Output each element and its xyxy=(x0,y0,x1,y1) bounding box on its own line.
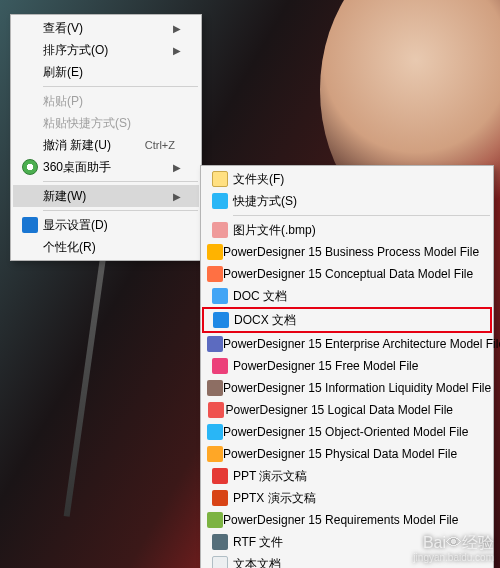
ico-bmp-icon xyxy=(212,222,228,238)
menu-item-label: PPT 演示文稿 xyxy=(233,468,473,485)
icon-slot xyxy=(207,556,233,568)
menu-item-label: 撤消 新建(U) xyxy=(43,137,145,154)
icon-slot xyxy=(207,193,233,209)
menu-item-label: 粘贴(P) xyxy=(43,93,181,110)
ico-pd-f-icon xyxy=(212,358,228,374)
icon-slot xyxy=(17,217,43,233)
menu-item-label: PowerDesigner 15 Logical Data Model File xyxy=(226,403,473,417)
menu1-item[interactable]: 刷新(E) xyxy=(13,61,199,83)
icon-slot xyxy=(207,288,233,304)
ico-rtf-icon xyxy=(212,534,228,550)
menu-separator xyxy=(43,181,198,182)
chevron-right-icon: ▶ xyxy=(173,45,181,56)
menu2-item[interactable]: PowerDesigner 15 Free Model File xyxy=(203,355,491,377)
icon-slot xyxy=(207,336,223,352)
menu1-item: 粘贴快捷方式(S) xyxy=(13,112,199,134)
menu2-item[interactable]: PowerDesigner 15 Logical Data Model File xyxy=(203,399,491,421)
menu2-item[interactable]: 文件夹(F) xyxy=(203,168,491,190)
icon-slot xyxy=(207,534,233,550)
watermark: Bai👁经验 jingyan.baidu.com xyxy=(413,533,494,564)
menu1-item[interactable]: 排序方式(O)▶ xyxy=(13,39,199,61)
ico-doc-icon xyxy=(212,288,228,304)
ico-display-icon xyxy=(22,217,38,233)
menu2-item[interactable]: PowerDesigner 15 Information Liquidity M… xyxy=(203,377,491,399)
menu2-item[interactable]: PowerDesigner 15 Enterprise Architecture… xyxy=(203,333,491,355)
menu2-item[interactable]: PowerDesigner 15 Object-Oriented Model F… xyxy=(203,421,491,443)
ico-pd-i-icon xyxy=(207,380,223,396)
menu2-item[interactable]: DOC 文档 xyxy=(203,285,491,307)
ico-shortcut-icon xyxy=(212,193,228,209)
menu-item-label: 360桌面助手 xyxy=(43,159,173,176)
ico-pd2-icon xyxy=(207,266,223,282)
menu-item-label: 快捷方式(S) xyxy=(233,193,473,210)
ico-ppt-icon xyxy=(212,468,228,484)
menu-item-label: DOC 文档 xyxy=(233,288,473,305)
menu-item-label: 排序方式(O) xyxy=(43,42,173,59)
ico-pd-o-icon xyxy=(207,424,223,440)
menu-item-label: PowerDesigner 15 Physical Data Model Fil… xyxy=(223,447,477,461)
menu2-item[interactable]: 快捷方式(S) xyxy=(203,190,491,212)
menu1-item[interactable]: 新建(W)▶ xyxy=(13,185,199,207)
highlight-annotation: DOCX 文档 xyxy=(202,307,492,333)
ico-pd-p-icon xyxy=(207,446,223,462)
menu1-item[interactable]: 撤消 新建(U)Ctrl+Z xyxy=(13,134,199,156)
icon-slot xyxy=(207,222,233,238)
menu1-item: 粘贴(P) xyxy=(13,90,199,112)
menu-separator xyxy=(233,215,490,216)
chevron-right-icon: ▶ xyxy=(173,162,181,173)
menu-item-label: PowerDesigner 15 Conceptual Data Model F… xyxy=(223,267,493,281)
menu2-item[interactable]: PowerDesigner 15 Requirements Model File xyxy=(203,509,491,531)
menu-item-label: 刷新(E) xyxy=(43,64,181,81)
ico-folder-icon xyxy=(212,171,228,187)
menu2-item[interactable]: PowerDesigner 15 Conceptual Data Model F… xyxy=(203,263,491,285)
ico-pd-r-icon xyxy=(207,512,223,528)
menu1-item[interactable]: 360桌面助手▶ xyxy=(13,156,199,178)
icon-slot xyxy=(17,159,43,175)
menu2-item[interactable]: PowerDesigner 15 Business Process Model … xyxy=(203,241,491,263)
menu2-item[interactable]: DOCX 文档 xyxy=(204,309,490,331)
menu1-item[interactable]: 个性化(R) xyxy=(13,236,199,258)
menu-item-label: PowerDesigner 15 Object-Oriented Model F… xyxy=(223,425,488,439)
menu-item-label: PPTX 演示文稿 xyxy=(233,490,473,507)
icon-slot xyxy=(207,358,233,374)
ico-txt-icon xyxy=(212,556,228,568)
menu-item-label: 显示设置(D) xyxy=(43,217,181,234)
ico-pptx-icon xyxy=(212,490,228,506)
icon-slot xyxy=(207,380,223,396)
ico-pd-l-icon xyxy=(208,402,224,418)
icon-slot xyxy=(207,446,223,462)
menu-item-label: DOCX 文档 xyxy=(234,312,472,329)
menu-item-label: 个性化(R) xyxy=(43,239,181,256)
menu1-item[interactable]: 查看(V)▶ xyxy=(13,17,199,39)
menu-item-label: 新建(W) xyxy=(43,188,173,205)
icon-slot xyxy=(207,171,233,187)
icon-slot xyxy=(207,468,233,484)
icon-slot xyxy=(207,402,226,418)
menu-item-label: 文件夹(F) xyxy=(233,171,473,188)
watermark-brand: Bai👁经验 xyxy=(413,533,494,552)
icon-slot xyxy=(208,312,234,328)
menu-shortcut: Ctrl+Z xyxy=(145,139,181,151)
icon-slot xyxy=(207,490,233,506)
menu2-item[interactable]: 图片文件(.bmp) xyxy=(203,219,491,241)
ico-pd-e-icon xyxy=(207,336,223,352)
menu-separator xyxy=(43,210,198,211)
menu-separator xyxy=(43,86,198,87)
menu-item-label: 粘贴快捷方式(S) xyxy=(43,115,181,132)
context-menu-new-submenu: 文件夹(F)快捷方式(S)图片文件(.bmp)PowerDesigner 15 … xyxy=(200,165,494,568)
menu2-item[interactable]: PPT 演示文稿 xyxy=(203,465,491,487)
menu-item-label: 查看(V) xyxy=(43,20,173,37)
chevron-right-icon: ▶ xyxy=(173,191,181,202)
ico-360-icon xyxy=(22,159,38,175)
menu2-item[interactable]: PPTX 演示文稿 xyxy=(203,487,491,509)
menu1-item[interactable]: 显示设置(D) xyxy=(13,214,199,236)
icon-slot xyxy=(207,512,223,528)
icon-slot xyxy=(207,266,223,282)
menu2-item[interactable]: PowerDesigner 15 Physical Data Model Fil… xyxy=(203,443,491,465)
ico-pd-icon xyxy=(207,244,223,260)
menu-item-label: PowerDesigner 15 Business Process Model … xyxy=(223,245,499,259)
chevron-right-icon: ▶ xyxy=(173,23,181,34)
context-menu-primary: 查看(V)▶排序方式(O)▶刷新(E)粘贴(P)粘贴快捷方式(S)撤消 新建(U… xyxy=(10,14,202,261)
icon-slot xyxy=(207,244,223,260)
menu-item-label: PowerDesigner 15 Information Liquidity M… xyxy=(223,381,500,395)
